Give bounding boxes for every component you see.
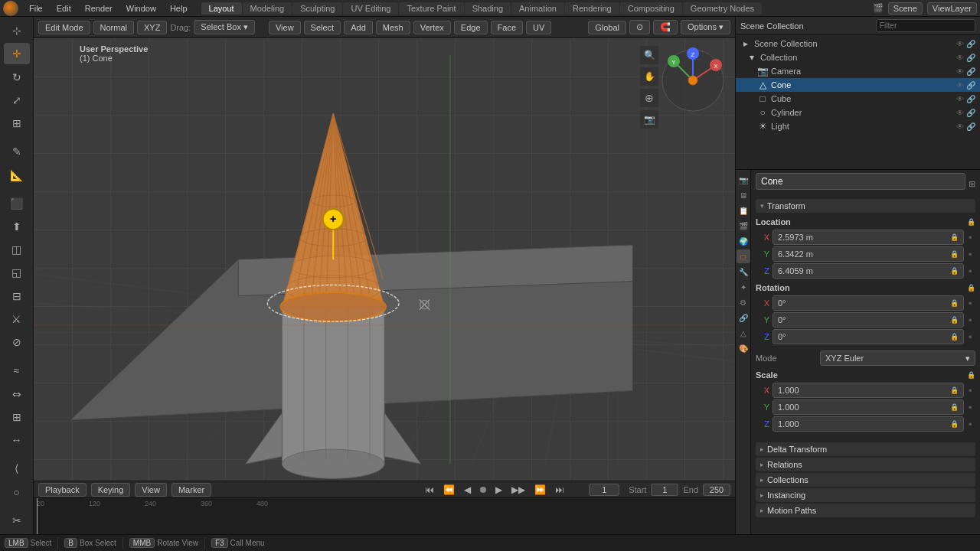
- marker-menu[interactable]: Marker: [172, 483, 211, 497]
- mesh-menu-btn[interactable]: Mesh: [376, 21, 410, 34]
- tab-rendering[interactable]: Rendering: [565, 2, 619, 15]
- camera-view-btn[interactable]: 📷: [640, 110, 658, 129]
- rotation-lock[interactable]: 🔒: [967, 284, 975, 292]
- menu-help[interactable]: Help: [164, 2, 194, 15]
- props-output-icon[interactable]: 🖥: [737, 188, 750, 202]
- play-btn[interactable]: ▶: [492, 483, 505, 497]
- tool-knife[interactable]: ⚔: [4, 308, 30, 330]
- global-transform-btn[interactable]: Global: [588, 21, 626, 34]
- uv-menu-btn[interactable]: UV: [526, 21, 551, 34]
- select-menu-btn[interactable]: Select: [304, 21, 341, 34]
- tool-move[interactable]: ✛: [4, 43, 30, 64]
- props-physics-icon[interactable]: ⚙: [737, 295, 750, 309]
- tab-geometry-nodes[interactable]: Geometry Nodes: [683, 2, 762, 15]
- scene-selector[interactable]: Scene: [888, 2, 923, 15]
- menu-edit[interactable]: Edit: [51, 2, 77, 15]
- keying-menu[interactable]: Keying: [91, 483, 131, 497]
- tab-sculpting[interactable]: Sculpting: [292, 2, 342, 15]
- end-frame-input[interactable]: [703, 484, 730, 496]
- timeline-ruler[interactable]: 20 120 240 360 480: [34, 498, 735, 534]
- view-menu[interactable]: View: [135, 483, 167, 497]
- tab-texture-paint[interactable]: Texture Paint: [399, 2, 463, 15]
- tool-rotate[interactable]: ↻: [4, 66, 30, 87]
- transform-header[interactable]: ▾ Transform: [756, 199, 975, 213]
- orbit-btn[interactable]: ⊕: [640, 89, 658, 107]
- location-y-lock[interactable]: 🔒: [950, 250, 959, 258]
- viewport-overlay-btn[interactable]: Normal: [93, 21, 134, 34]
- props-constraints-icon[interactable]: 🔗: [737, 311, 750, 324]
- outliner-scene-collection[interactable]: ▸ Scene Collection 👁 🔗: [736, 37, 980, 51]
- props-scene-icon[interactable]: 🎬: [737, 219, 750, 233]
- pan-btn[interactable]: ✋: [640, 67, 658, 86]
- current-frame-input[interactable]: [589, 484, 619, 496]
- jump-start-btn[interactable]: ⏮: [422, 483, 437, 497]
- tab-layout[interactable]: Layout: [201, 2, 242, 15]
- relations-header[interactable]: ▸ Relations: [756, 458, 975, 471]
- rotation-x-input[interactable]: 0° 🔒: [773, 295, 964, 311]
- instancing-header[interactable]: ▸ Instancing: [756, 488, 975, 502]
- playback-menu[interactable]: Playback: [38, 483, 87, 497]
- scale-lock[interactable]: 🔒: [967, 371, 975, 379]
- tool-loop-cut[interactable]: ⊟: [4, 285, 30, 307]
- tool-inset[interactable]: ◫: [4, 239, 30, 260]
- start-frame-input[interactable]: [651, 484, 678, 496]
- outliner-cone[interactable]: △ Cone 👁 🔗: [736, 78, 980, 92]
- props-modifier-icon[interactable]: 🔧: [737, 265, 750, 279]
- tool-edge-slide[interactable]: ⇔: [4, 383, 30, 404]
- face-menu-btn[interactable]: Face: [491, 21, 523, 34]
- edge-menu-btn[interactable]: Edge: [454, 21, 488, 34]
- tool-cursor[interactable]: ⊹: [4, 20, 30, 41]
- rotation-z-input[interactable]: 0° 🔒: [773, 329, 964, 344]
- location-y-input[interactable]: 6.3422 m 🔒: [773, 246, 964, 262]
- next-frame-btn[interactable]: ▶▶: [508, 483, 528, 497]
- next-keyframe-btn[interactable]: ⏩: [531, 483, 549, 497]
- vertex-menu-btn[interactable]: Vertex: [413, 21, 451, 34]
- collections-header[interactable]: ▸ Collections: [756, 473, 975, 487]
- tool-shrink[interactable]: ⊞: [4, 406, 30, 428]
- tab-shading[interactable]: Shading: [465, 2, 511, 15]
- outliner-search[interactable]: [876, 19, 975, 32]
- prev-frame-btn[interactable]: ◀: [461, 483, 474, 497]
- select-mode-btn[interactable]: Select Box ▾: [194, 20, 255, 34]
- viewport-canvas[interactable]: + User Perspective: [34, 38, 735, 481]
- zoom-btn[interactable]: 🔍: [640, 46, 658, 64]
- nav-gizmo[interactable]: X Y Z: [658, 46, 727, 115]
- menu-window[interactable]: Window: [120, 2, 162, 15]
- tab-uv-editing[interactable]: UV Editing: [343, 2, 398, 15]
- scale-x-input[interactable]: 1.000 🔒: [773, 383, 964, 398]
- outliner-cube[interactable]: □ Cube 👁 🔗: [736, 92, 980, 106]
- location-z-lock[interactable]: 🔒: [950, 267, 959, 275]
- tool-transform[interactable]: ⊞: [4, 112, 30, 134]
- tool-extrude[interactable]: ⬆: [4, 216, 30, 237]
- proportional-btn[interactable]: ⊙: [629, 20, 650, 34]
- rotation-mode-dropdown[interactable]: XYZ Euler ▾: [820, 350, 975, 366]
- tool-scale[interactable]: ⤢: [4, 90, 30, 111]
- tool-smooth[interactable]: ≈: [4, 360, 30, 381]
- props-material-icon[interactable]: 🎨: [737, 341, 750, 355]
- location-z-input[interactable]: 6.4059 m 🔒: [773, 263, 964, 279]
- snap-btn[interactable]: 🧲: [653, 20, 678, 34]
- props-object-icon[interactable]: □: [737, 249, 750, 263]
- object-name-input[interactable]: [756, 173, 965, 190]
- prev-keyframe-btn[interactable]: ⏪: [440, 483, 458, 497]
- scale-z-input[interactable]: 1.000 🔒: [773, 416, 964, 432]
- delta-transform-header[interactable]: ▸ Delta Transform: [756, 442, 975, 456]
- menu-file[interactable]: File: [23, 2, 49, 15]
- tab-animation[interactable]: Animation: [511, 2, 564, 15]
- tool-measure[interactable]: 📐: [4, 164, 30, 185]
- props-data-icon[interactable]: △: [737, 326, 750, 340]
- jump-end-btn[interactable]: ⏭: [552, 483, 567, 497]
- tool-bevel[interactable]: ◱: [4, 262, 30, 283]
- mode-dropdown[interactable]: Edit Mode: [38, 21, 90, 34]
- rotation-y-input[interactable]: 0° 🔒: [773, 312, 964, 328]
- options-btn[interactable]: Options ▾: [681, 20, 730, 34]
- tab-modeling[interactable]: Modeling: [243, 2, 292, 15]
- location-lock[interactable]: 🔒: [967, 218, 975, 226]
- props-world-icon[interactable]: 🌍: [737, 234, 750, 248]
- tab-compositing[interactable]: Compositing: [620, 2, 682, 15]
- tool-bisect[interactable]: ⊘: [4, 331, 30, 353]
- props-render-icon[interactable]: 📷: [737, 173, 750, 187]
- tool-push-pull[interactable]: ↔: [4, 429, 30, 451]
- props-view-layer-icon[interactable]: 📋: [737, 204, 750, 217]
- tool-annotate[interactable]: ✎: [4, 141, 30, 162]
